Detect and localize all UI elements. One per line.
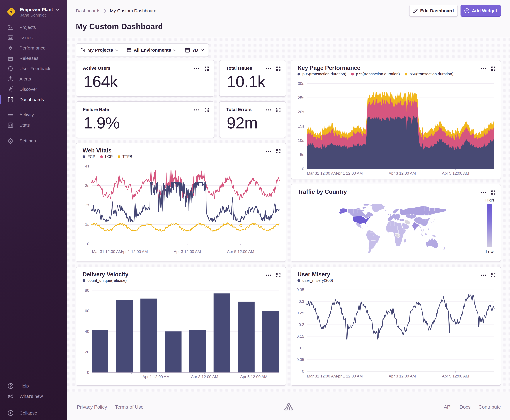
svg-text:Apr 1 12:00 AM: Apr 1 12:00 AM [142, 375, 170, 379]
svg-text:Apr 3 12:00 AM: Apr 3 12:00 AM [389, 171, 416, 176]
svg-text:1s: 1s [85, 222, 89, 227]
svg-text:Apr 3 12:00 AM: Apr 3 12:00 AM [389, 374, 416, 378]
svg-text:0.25: 0.25 [296, 311, 304, 315]
svg-text:Apr 5 12:00 AM: Apr 5 12:00 AM [442, 171, 469, 176]
svg-text:10s: 10s [298, 138, 304, 143]
svg-text:Mar 31 12:00 AM: Mar 31 12:00 AM [307, 171, 337, 176]
svg-text:Apr 1 12:00 AM: Apr 1 12:00 AM [120, 249, 148, 254]
svg-text:0: 0 [87, 242, 89, 246]
svg-text:Apr 1 12:00 AM: Apr 1 12:00 AM [335, 374, 363, 378]
svg-text:0: 0 [302, 369, 304, 374]
svg-text:0.05: 0.05 [296, 357, 304, 362]
svg-text:Mar 31 12:00 AM: Mar 31 12:00 AM [307, 374, 337, 378]
svg-text:0.3: 0.3 [299, 299, 304, 304]
svg-text:20: 20 [85, 350, 89, 354]
svg-text:4s: 4s [85, 164, 89, 168]
svg-text:Apr 1 12:00 AM: Apr 1 12:00 AM [335, 171, 363, 176]
svg-text:80: 80 [85, 288, 89, 292]
svg-text:15s: 15s [298, 124, 304, 128]
svg-text:60: 60 [85, 308, 89, 313]
svg-text:0.1: 0.1 [299, 346, 304, 350]
svg-text:Apr 3 12:00 AM: Apr 3 12:00 AM [174, 249, 201, 254]
svg-text:30s: 30s [298, 81, 304, 86]
svg-text:0.15: 0.15 [296, 334, 304, 339]
svg-text:2s: 2s [85, 203, 89, 207]
svg-text:Apr 5 12:00 AM: Apr 5 12:00 AM [442, 374, 469, 378]
svg-text:Apr 3 12:00 AM: Apr 3 12:00 AM [191, 375, 218, 379]
svg-text:40: 40 [85, 329, 89, 334]
svg-text:Apr 5 12:00 AM: Apr 5 12:00 AM [227, 249, 254, 254]
svg-text:3s: 3s [85, 183, 89, 188]
svg-text:0.35: 0.35 [296, 287, 304, 292]
svg-text:Mar 31 12:00 AM: Mar 31 12:00 AM [92, 249, 122, 254]
svg-text:20s: 20s [298, 110, 304, 114]
svg-text:0: 0 [87, 370, 89, 375]
svg-text:5s: 5s [300, 152, 304, 157]
svg-text:0: 0 [302, 167, 304, 171]
svg-text:0.2: 0.2 [299, 322, 304, 327]
svg-text:25s: 25s [298, 96, 304, 100]
svg-text:Apr 5 12:00 AM: Apr 5 12:00 AM [240, 375, 267, 379]
